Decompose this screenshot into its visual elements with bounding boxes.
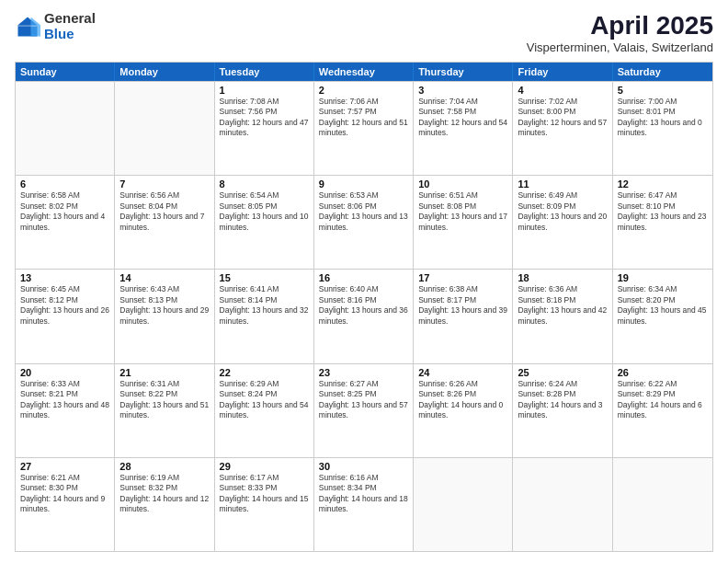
day-info: Sunrise: 6:47 AMSunset: 8:10 PMDaylight:… (618, 190, 708, 233)
cal-cell-day-3: 3Sunrise: 7:04 AMSunset: 7:58 PMDaylight… (414, 82, 513, 175)
day-info: Sunrise: 6:21 AMSunset: 8:30 PMDaylight:… (20, 473, 109, 515)
day-info: Sunrise: 6:53 AMSunset: 8:06 PMDaylight:… (319, 190, 408, 233)
day-number: 14 (119, 272, 209, 283)
subtitle: Visperterminen, Valais, Switzerland (527, 40, 713, 54)
cal-cell-day-7: 7Sunrise: 6:56 AMSunset: 8:04 PMDaylight… (115, 176, 214, 269)
day-info: Sunrise: 6:26 AMSunset: 8:26 PMDaylight:… (418, 379, 507, 421)
page: General Blue April 2025 Visperterminen, … (0, 0, 728, 563)
day-number: 5 (618, 85, 708, 96)
cal-cell-day-12: 12Sunrise: 6:47 AMSunset: 8:10 PMDayligh… (613, 176, 712, 269)
day-info: Sunrise: 7:06 AMSunset: 7:57 PMDaylight:… (319, 97, 408, 139)
day-number: 13 (20, 272, 109, 283)
cal-cell-day-6: 6Sunrise: 6:58 AMSunset: 8:02 PMDaylight… (16, 176, 115, 269)
cal-cell-day-10: 10Sunrise: 6:51 AMSunset: 8:08 PMDayligh… (414, 176, 513, 269)
day-number: 18 (518, 272, 607, 283)
cal-cell-day-13: 13Sunrise: 6:45 AMSunset: 8:12 PMDayligh… (16, 270, 115, 362)
day-number: 8 (220, 178, 309, 190)
cal-row-3: 13Sunrise: 6:45 AMSunset: 8:12 PMDayligh… (16, 269, 712, 362)
cal-cell-day-2: 2Sunrise: 7:06 AMSunset: 7:57 PMDaylight… (314, 82, 414, 175)
day-info: Sunrise: 6:56 AMSunset: 8:04 PMDaylight:… (119, 190, 209, 233)
cal-cell-day-29: 29Sunrise: 6:17 AMSunset: 8:33 PMDayligh… (215, 458, 314, 551)
cal-cell-empty (115, 82, 214, 175)
day-number: 25 (518, 367, 607, 378)
cal-cell-day-23: 23Sunrise: 6:27 AMSunset: 8:25 PMDayligh… (314, 364, 414, 457)
day-number: 29 (220, 461, 309, 472)
day-info: Sunrise: 6:24 AMSunset: 8:28 PMDaylight:… (518, 379, 607, 421)
day-number: 23 (319, 367, 408, 378)
day-info: Sunrise: 6:45 AMSunset: 8:12 PMDaylight:… (20, 284, 109, 327)
header: General Blue April 2025 Visperterminen, … (15, 11, 713, 54)
day-number: 6 (20, 178, 109, 190)
day-info: Sunrise: 7:04 AMSunset: 7:58 PMDaylight:… (418, 97, 507, 139)
day-info: Sunrise: 6:33 AMSunset: 8:21 PMDaylight:… (20, 379, 109, 421)
day-info: Sunrise: 7:00 AMSunset: 8:01 PMDaylight:… (618, 97, 708, 139)
cal-header-monday: Monday (115, 63, 214, 81)
cal-header-thursday: Thursday (414, 63, 513, 81)
day-info: Sunrise: 7:08 AMSunset: 7:56 PMDaylight:… (220, 97, 309, 139)
day-info: Sunrise: 6:19 AMSunset: 8:32 PMDaylight:… (119, 473, 209, 515)
cal-cell-day-9: 9Sunrise: 6:53 AMSunset: 8:06 PMDaylight… (314, 176, 414, 269)
day-number: 19 (618, 272, 708, 283)
day-number: 12 (618, 178, 708, 190)
cal-cell-day-15: 15Sunrise: 6:41 AMSunset: 8:14 PMDayligh… (215, 270, 314, 362)
cal-cell-day-24: 24Sunrise: 6:26 AMSunset: 8:26 PMDayligh… (414, 364, 513, 457)
day-info: Sunrise: 6:17 AMSunset: 8:33 PMDaylight:… (220, 473, 309, 515)
cal-cell-day-20: 20Sunrise: 6:33 AMSunset: 8:21 PMDayligh… (16, 364, 115, 457)
day-number: 24 (418, 367, 507, 378)
cal-cell-day-16: 16Sunrise: 6:40 AMSunset: 8:16 PMDayligh… (314, 270, 414, 362)
calendar: SundayMondayTuesdayWednesdayThursdayFrid… (15, 62, 713, 552)
day-number: 30 (319, 461, 408, 472)
day-number: 3 (418, 85, 507, 96)
day-number: 10 (418, 178, 507, 190)
day-info: Sunrise: 6:27 AMSunset: 8:25 PMDaylight:… (319, 379, 408, 421)
day-info: Sunrise: 6:54 AMSunset: 8:05 PMDaylight:… (220, 190, 309, 233)
cal-cell-day-17: 17Sunrise: 6:38 AMSunset: 8:17 PMDayligh… (414, 270, 513, 362)
day-number: 26 (618, 367, 708, 378)
cal-cell-day-22: 22Sunrise: 6:29 AMSunset: 8:24 PMDayligh… (215, 364, 314, 457)
day-number: 28 (119, 461, 209, 472)
calendar-body: 1Sunrise: 7:08 AMSunset: 7:56 PMDaylight… (16, 81, 712, 551)
cal-cell-day-25: 25Sunrise: 6:24 AMSunset: 8:28 PMDayligh… (513, 364, 612, 457)
day-info: Sunrise: 6:58 AMSunset: 8:02 PMDaylight:… (20, 190, 109, 233)
cal-row-2: 6Sunrise: 6:58 AMSunset: 8:02 PMDaylight… (16, 175, 712, 269)
day-number: 15 (220, 272, 309, 283)
logo-text: General Blue (44, 11, 96, 41)
day-number: 4 (518, 85, 607, 96)
cal-row-1: 1Sunrise: 7:08 AMSunset: 7:56 PMDaylight… (16, 81, 712, 175)
cal-cell-day-18: 18Sunrise: 6:36 AMSunset: 8:18 PMDayligh… (513, 270, 612, 362)
calendar-header: SundayMondayTuesdayWednesdayThursdayFrid… (16, 63, 712, 81)
cal-cell-day-28: 28Sunrise: 6:19 AMSunset: 8:32 PMDayligh… (115, 458, 214, 551)
day-number: 2 (319, 85, 408, 96)
svg-rect-2 (18, 25, 38, 27)
logo-general: General (44, 10, 96, 26)
day-info: Sunrise: 6:34 AMSunset: 8:20 PMDaylight:… (618, 284, 708, 327)
cal-header-sunday: Sunday (16, 63, 115, 81)
cal-cell-empty (613, 458, 712, 551)
day-info: Sunrise: 7:02 AMSunset: 8:00 PMDaylight:… (518, 97, 607, 139)
day-info: Sunrise: 6:22 AMSunset: 8:29 PMDaylight:… (618, 379, 708, 421)
day-number: 1 (220, 85, 309, 96)
cal-cell-day-8: 8Sunrise: 6:54 AMSunset: 8:05 PMDaylight… (215, 176, 314, 269)
cal-cell-empty (414, 458, 513, 551)
logo-icon (15, 14, 40, 40)
logo-blue: Blue (44, 26, 74, 41)
cal-header-tuesday: Tuesday (215, 63, 314, 81)
day-info: Sunrise: 6:49 AMSunset: 8:09 PMDaylight:… (518, 190, 607, 233)
day-info: Sunrise: 6:16 AMSunset: 8:34 PMDaylight:… (319, 473, 408, 515)
cal-cell-day-19: 19Sunrise: 6:34 AMSunset: 8:20 PMDayligh… (613, 270, 712, 362)
cal-cell-day-4: 4Sunrise: 7:02 AMSunset: 8:00 PMDaylight… (513, 82, 612, 175)
cal-cell-day-5: 5Sunrise: 7:00 AMSunset: 8:01 PMDaylight… (613, 82, 712, 175)
day-info: Sunrise: 6:43 AMSunset: 8:13 PMDaylight:… (119, 284, 209, 327)
day-info: Sunrise: 6:31 AMSunset: 8:22 PMDaylight:… (119, 379, 209, 421)
day-number: 27 (20, 461, 109, 472)
logo: General Blue (15, 11, 96, 41)
day-info: Sunrise: 6:29 AMSunset: 8:24 PMDaylight:… (220, 379, 309, 421)
cal-cell-day-30: 30Sunrise: 6:16 AMSunset: 8:34 PMDayligh… (314, 458, 414, 551)
cal-header-wednesday: Wednesday (314, 63, 414, 81)
cal-cell-day-11: 11Sunrise: 6:49 AMSunset: 8:09 PMDayligh… (513, 176, 612, 269)
cal-cell-day-27: 27Sunrise: 6:21 AMSunset: 8:30 PMDayligh… (16, 458, 115, 551)
cal-row-4: 20Sunrise: 6:33 AMSunset: 8:21 PMDayligh… (16, 363, 712, 457)
cal-cell-day-14: 14Sunrise: 6:43 AMSunset: 8:13 PMDayligh… (115, 270, 214, 362)
day-number: 22 (220, 367, 309, 378)
day-number: 7 (119, 178, 209, 190)
